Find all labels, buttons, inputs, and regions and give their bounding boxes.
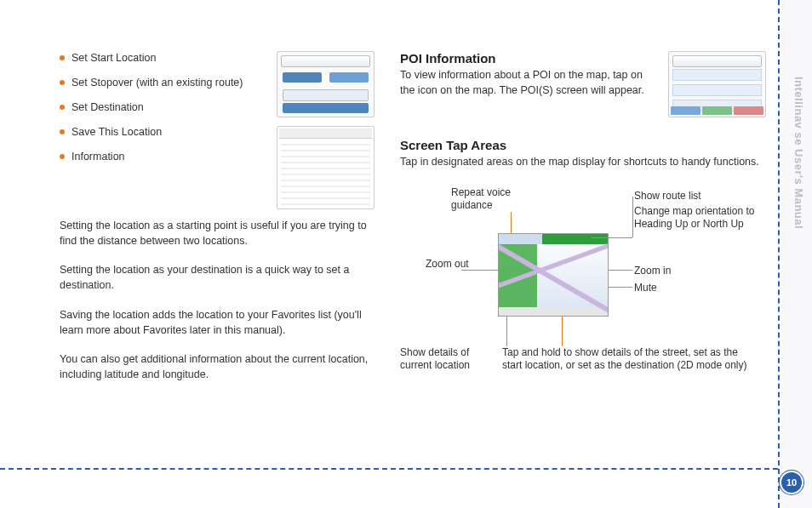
- list-item: Save This Location: [60, 125, 263, 140]
- location-options-list: Set Start Location Set Stopover (with an…: [60, 51, 263, 163]
- footer-dashed-line: [0, 468, 778, 470]
- label-show-details: Show details of current location: [400, 346, 494, 372]
- label-zoom-in: Zoom in: [634, 265, 671, 277]
- screenshot-poi-list: [668, 51, 766, 117]
- list-item: Set Start Location: [60, 51, 263, 66]
- list-item: Set Stopover (with an existing route): [60, 76, 263, 90]
- label-change-orientation: Change map orientation to Heading Up or …: [634, 205, 762, 231]
- tap-areas-heading: Screen Tap Areas: [400, 138, 766, 152]
- right-column: POI Information To view information abou…: [400, 51, 766, 451]
- label-tap-hold: Tap and hold to show details of the stre…: [502, 346, 749, 372]
- list-item: Set Destination: [60, 100, 263, 115]
- map-screenshot: [498, 233, 609, 317]
- poi-heading: POI Information: [400, 51, 658, 66]
- screenshot-location-menu: [277, 51, 375, 117]
- label-repeat-voice: Repeat voice guidance: [451, 186, 536, 212]
- left-column: Set Start Location Set Stopover (with an…: [60, 51, 375, 451]
- label-show-route: Show route list: [634, 190, 701, 203]
- list-item: Information: [60, 150, 263, 164]
- paragraph: You can also get additional information …: [60, 351, 375, 382]
- tap-areas-diagram: Repeat voice guidance Zoom out Show deta…: [400, 186, 766, 408]
- page-number-badge: 10: [781, 472, 802, 493]
- label-zoom-out: Zoom out: [426, 258, 477, 271]
- label-mute: Mute: [634, 282, 657, 294]
- paragraph: Setting the location as your destination…: [60, 262, 375, 293]
- poi-paragraph: To view information about a POI on the m…: [400, 67, 658, 98]
- paragraph: Setting the location as a starting point…: [60, 218, 375, 248]
- paragraph: Saving the location adds the location to…: [60, 307, 375, 338]
- screenshot-current-location: [277, 126, 375, 209]
- page-body: Set Start Location Set Stopover (with an…: [0, 0, 812, 477]
- tap-areas-paragraph: Tap in designated areas on the map displ…: [400, 154, 766, 169]
- book-title-vertical: Intellinav se User's Manual: [792, 77, 805, 229]
- screenshot-thumbnails: [277, 51, 375, 218]
